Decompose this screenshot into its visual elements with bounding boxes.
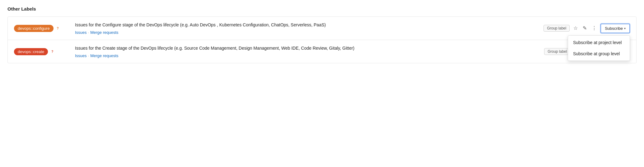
section-container: Other Labels devops::configure ? Issues … <box>7 6 637 63</box>
subscribe-group-level-item[interactable]: Subscribe at group level <box>568 48 630 59</box>
label-description-configure: Issues for the Configure stage of the De… <box>75 22 539 35</box>
label-list: devops::configure ? Issues for the Confi… <box>7 16 637 63</box>
edit-button-configure[interactable]: ✎ <box>581 25 588 32</box>
label-description-create: Issues for the Create stage of the DevOp… <box>75 45 539 58</box>
label-row: devops::configure ? Issues for the Confi… <box>8 17 636 40</box>
issues-link-configure[interactable]: Issues <box>75 30 87 35</box>
label-description-text-configure: Issues for the Configure stage of the De… <box>75 22 539 28</box>
label-actions-configure: Group label ☆ ✎ ⋮ Subscribe ▾ <box>544 24 630 33</box>
subscribe-button-configure[interactable]: Subscribe ▾ <box>600 24 630 33</box>
label-badge-create: devops::create <box>14 48 48 55</box>
subscribe-dropdown-configure: Subscribe at project level Subscribe at … <box>568 35 630 61</box>
issues-link-create[interactable]: Issues <box>75 53 87 58</box>
subscribe-project-level-item[interactable]: Subscribe at project level <box>568 37 630 48</box>
group-label-badge-configure: Group label <box>544 25 570 32</box>
label-badge-wrap-create: devops::create ? <box>14 48 70 55</box>
chevron-down-icon-configure: ▾ <box>624 27 626 30</box>
label-links-configure: Issues · Merge requests <box>75 30 539 35</box>
group-label-badge-create: Group label <box>544 48 570 55</box>
label-badge-configure: devops::configure <box>14 25 54 32</box>
star-button-configure[interactable]: ☆ <box>572 25 579 32</box>
link-separator: · <box>88 30 89 35</box>
label-description-text-create: Issues for the Create stage of the DevOp… <box>75 45 539 52</box>
section-title: Other Labels <box>7 6 637 11</box>
label-row-create: devops::create ? Issues for the Create s… <box>8 40 636 63</box>
label-badge-wrap: devops::configure ? <box>14 25 70 32</box>
edit-icon: ✎ <box>583 26 587 31</box>
merge-requests-link-create[interactable]: Merge requests <box>90 53 118 58</box>
subscribe-label-configure: Subscribe <box>605 26 623 31</box>
label-links-create: Issues · Merge requests <box>75 53 539 58</box>
star-icon: ☆ <box>573 26 578 31</box>
merge-requests-link-configure[interactable]: Merge requests <box>90 30 118 35</box>
more-icon: ⋮ <box>592 26 597 31</box>
help-icon-configure[interactable]: ? <box>55 26 60 31</box>
link-separator-create: · <box>88 53 89 58</box>
help-icon-create[interactable]: ? <box>50 49 55 54</box>
more-button-configure[interactable]: ⋮ <box>590 25 598 32</box>
